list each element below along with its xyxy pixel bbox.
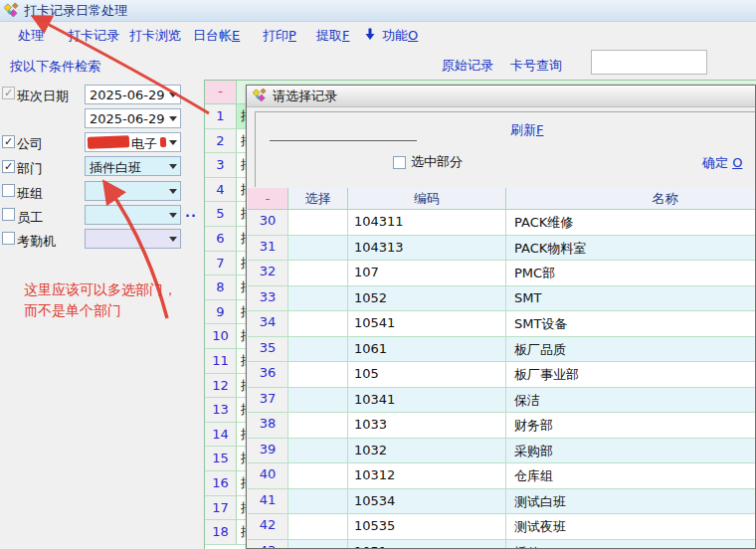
- date-to-dropdown[interactable]: 2025-06-29: [85, 108, 181, 128]
- partial-select-checkbox[interactable]: [393, 156, 406, 169]
- department-dropdown[interactable]: 插件白班: [85, 156, 181, 176]
- chevron-down-icon: [169, 237, 177, 242]
- machine-checkbox[interactable]: [2, 232, 15, 245]
- row-select-cell[interactable]: [288, 261, 348, 286]
- row-code: 1051: [348, 540, 506, 549]
- date-from-dropdown[interactable]: 2025-06-29: [85, 85, 181, 104]
- row-select-cell[interactable]: [288, 236, 348, 262]
- menu-functions[interactable]: 功能O: [382, 27, 418, 45]
- header-select[interactable]: 选择: [288, 188, 348, 210]
- dialog-titlebar[interactable]: 请选择记录: [247, 86, 755, 107]
- menu-punch-browse[interactable]: 打卡浏览: [129, 27, 181, 45]
- menu-print[interactable]: 打印P: [263, 27, 296, 45]
- table-row[interactable]: 34 10541 SMT设备: [248, 311, 756, 337]
- row-select-cell[interactable]: [288, 388, 348, 414]
- main-grid-row-num: 3: [205, 153, 237, 178]
- menu-daily-ledger[interactable]: 日台帐E: [193, 27, 240, 45]
- menu-bar: 处理 打卡记录 打卡浏览 日台帐E 打印P 提取F 功能O: [0, 22, 756, 48]
- row-select-cell[interactable]: [288, 362, 348, 388]
- company-redaction-scribble: [88, 135, 129, 148]
- row-code: 104311: [348, 210, 506, 236]
- table-row[interactable]: 31 104313 PACK物料室: [248, 236, 756, 262]
- main-grid-row-num: 11: [205, 349, 237, 374]
- employee-dropdown[interactable]: [85, 205, 181, 225]
- main-grid-row-num: 6: [205, 227, 237, 252]
- table-row[interactable]: 36 105 板厂事业部: [248, 362, 756, 388]
- row-num: 39: [248, 439, 288, 464]
- row-name: SMT设备: [506, 311, 756, 337]
- company-redaction-scribble-2: [160, 137, 166, 147]
- table-row[interactable]: 38 1033 财务部: [248, 413, 756, 439]
- department-checkbox[interactable]: [2, 160, 15, 173]
- menu-extract[interactable]: 提取F: [316, 27, 349, 45]
- employee-checkbox[interactable]: [2, 208, 15, 221]
- machine-dropdown[interactable]: [85, 229, 181, 249]
- row-select-cell[interactable]: [288, 540, 348, 549]
- row-num: 35: [248, 337, 288, 363]
- table-row[interactable]: 30 104311 PACK维修: [248, 210, 756, 236]
- header-dash[interactable]: -: [248, 188, 288, 210]
- window-titlebar: 打卡记录日常处理: [0, 0, 756, 22]
- row-name: 测试白班: [506, 489, 756, 515]
- row-num: 31: [248, 236, 288, 262]
- row-num: 42: [248, 514, 288, 540]
- row-code: 10534: [348, 489, 506, 515]
- company-checkbox[interactable]: [2, 135, 15, 148]
- menu-punch-records[interactable]: 打卡记录: [68, 27, 119, 45]
- main-grid-row-num: 17: [205, 496, 237, 521]
- partial-select-label: 选中部分: [411, 153, 463, 171]
- refresh-link[interactable]: 刷新F: [510, 121, 543, 139]
- employee-more-button[interactable]: ..: [185, 205, 197, 220]
- select-record-dialog: 请选择记录 刷新F 选中部分 确定 O - 选择 编码 名称 30 104311…: [246, 85, 756, 549]
- card-query-label: 卡号查询: [510, 57, 562, 75]
- main-grid-row-num: 8: [205, 275, 237, 300]
- table-row[interactable]: 43 1051 插件: [248, 540, 756, 549]
- row-code: 107: [348, 261, 506, 286]
- original-records-link[interactable]: 原始记录: [442, 57, 493, 75]
- table-row[interactable]: 32 107 PMC部: [248, 261, 756, 286]
- team-dropdown[interactable]: [85, 181, 181, 201]
- row-select-cell[interactable]: [288, 286, 348, 312]
- main-grid-row-num: 18: [205, 520, 237, 545]
- row-select-cell[interactable]: [288, 210, 348, 236]
- table-row[interactable]: 37 10341 保洁: [248, 388, 756, 414]
- card-query-input[interactable]: [591, 50, 707, 75]
- row-select-cell[interactable]: [288, 463, 348, 489]
- row-code: 1052: [348, 286, 506, 312]
- chevron-down-icon: [169, 213, 177, 218]
- row-select-cell[interactable]: [288, 337, 348, 363]
- row-select-cell[interactable]: [288, 413, 348, 439]
- team-checkbox[interactable]: [2, 184, 15, 197]
- table-row[interactable]: 33 1052 SMT: [248, 286, 756, 312]
- shift-date-checkbox[interactable]: [2, 87, 15, 99]
- row-select-cell[interactable]: [288, 311, 348, 337]
- row-select-cell[interactable]: [288, 489, 348, 515]
- menu-process[interactable]: 处理: [18, 27, 44, 45]
- table-row[interactable]: 35 1061 板厂品质: [248, 337, 756, 363]
- main-grid-row-num: 5: [205, 202, 237, 227]
- app-diamond-icon: [4, 2, 19, 20]
- ok-button[interactable]: 确定 O: [702, 154, 742, 172]
- row-name: PACK维修: [506, 210, 756, 236]
- header-name[interactable]: 名称: [506, 188, 756, 210]
- employee-label: 员工: [17, 209, 43, 227]
- row-code: 10312: [348, 463, 506, 489]
- shift-date-label: 班次日期: [17, 88, 69, 105]
- chevron-down-icon: [169, 116, 177, 121]
- row-name: 板厂事业部: [506, 362, 756, 388]
- row-name: SMT: [506, 286, 756, 312]
- dialog-table-body: 30 104311 PACK维修 31 104313 PACK物料室 32 10…: [248, 210, 756, 549]
- main-grid-corner[interactable]: -: [205, 81, 237, 104]
- dialog-search-input[interactable]: [270, 125, 417, 141]
- table-row[interactable]: 39 1032 采购部: [248, 439, 756, 464]
- table-row[interactable]: 40 10312 仓库组: [248, 463, 756, 489]
- row-num: 32: [248, 261, 288, 286]
- table-row[interactable]: 41 10534 测试白班: [248, 489, 756, 515]
- table-row[interactable]: 42 10535 测试夜班: [248, 514, 756, 540]
- row-code: 104313: [348, 236, 506, 262]
- header-code[interactable]: 编码: [348, 188, 506, 210]
- row-num: 43: [248, 540, 288, 549]
- row-select-cell[interactable]: [288, 514, 348, 540]
- row-code: 1033: [348, 413, 506, 439]
- row-select-cell[interactable]: [288, 439, 348, 464]
